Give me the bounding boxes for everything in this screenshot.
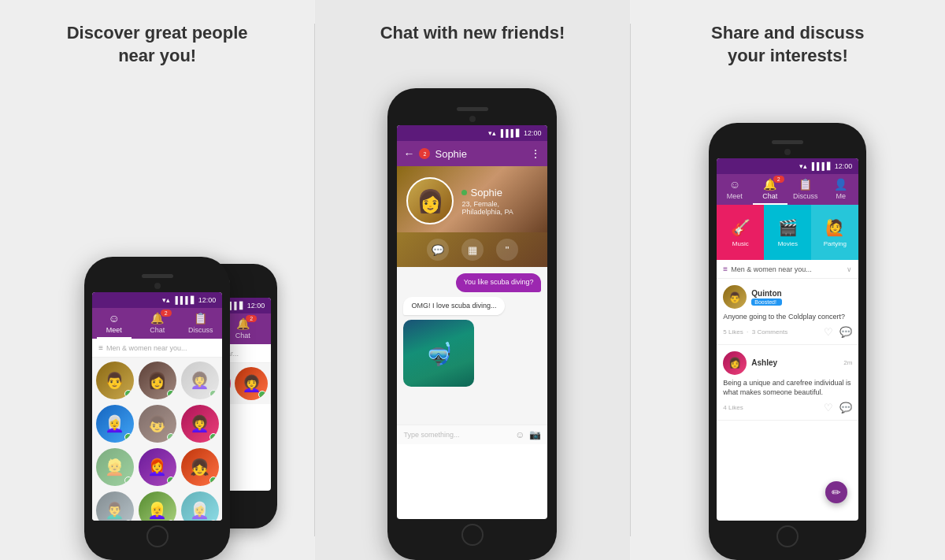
- like-icon-ashley[interactable]: ♡: [824, 402, 833, 414]
- discuss-icon-1: 📋: [194, 312, 207, 325]
- home-button-3[interactable]: [776, 525, 799, 547]
- nav-chat-back[interactable]: 🔔 Chat 2: [225, 317, 260, 339]
- comment-icon-quinton[interactable]: 💬: [839, 326, 852, 338]
- nav-discuss-3[interactable]: 📋 Discuss: [788, 178, 823, 200]
- filter-text: Men & women near you...: [731, 265, 847, 273]
- camera-2: [469, 116, 476, 122]
- post-content-quinton: Anyone going to the Coldplay concert?: [723, 312, 852, 322]
- comment-icon-ashley[interactable]: 💬: [839, 402, 852, 414]
- post-stats-ashley: 4 Likes: [723, 404, 817, 411]
- person-12[interactable]: 👩‍🦳: [181, 491, 219, 521]
- nav-chat-3[interactable]: 🔔 Chat 2: [753, 178, 788, 200]
- time-1: 12:00: [198, 296, 217, 304]
- profile-name-text: Sophie: [470, 187, 502, 198]
- filter-icon: ≡: [723, 265, 728, 273]
- panel-chat: Chat with new friends! ▾▴ ▐▐▐ ▋ 12:00 ←: [315, 0, 629, 560]
- panel2-title: Chat with new friends!: [380, 22, 565, 45]
- post-badge-quinton: Boosted!: [751, 299, 781, 306]
- panel-discover: Discover great peoplenear you! ▾▴ ▐▐▐ ▋ …: [0, 0, 314, 560]
- status-icons-2: ▾▴ ▐▐▐ ▋ 12:00: [488, 129, 542, 137]
- chat-input[interactable]: Type something...: [403, 431, 510, 439]
- panel1-title: Discover great peoplenear you!: [67, 22, 248, 67]
- screen-1: ▾▴ ▐▐▐ ▋ 12:00 ☺ Meet 🔔 Chat: [92, 292, 222, 521]
- partying-label: Partying: [824, 240, 847, 247]
- search-bar-1[interactable]: ≡ Men & women near you...: [92, 339, 222, 358]
- phone-chat: ▾▴ ▐▐▐ ▋ 12:00 ← 2 Sophie ⋮ 👩: [387, 88, 557, 560]
- screen-3: ▾▴ ▐▐▐ ▋ 12:00 ☺ Meet 🔔 Chat 2: [717, 158, 858, 521]
- search-icon-1: ≡: [98, 343, 103, 352]
- chat-badge-back: 2: [246, 315, 257, 322]
- home-button-1[interactable]: [146, 525, 169, 547]
- person-5[interactable]: 👦: [139, 405, 176, 443]
- person-9[interactable]: 👧: [181, 448, 219, 486]
- interest-partying[interactable]: 🙋 Partying: [811, 205, 858, 260]
- interest-music[interactable]: 🎸 Music: [717, 205, 764, 260]
- chat-badge-3: 2: [773, 176, 784, 183]
- person-11[interactable]: 👱‍♀: [139, 491, 176, 521]
- fab-button[interactable]: ✏: [825, 481, 847, 503]
- partying-icon: 🙋: [825, 218, 845, 237]
- chat-input-bar[interactable]: Type something... ☺ 📷: [397, 425, 547, 444]
- gallery-action-icon[interactable]: ▦: [461, 239, 484, 261]
- battery-icon-back: ▋: [239, 302, 245, 310]
- phones-wrapper-3: ▾▴ ▐▐▐ ▋ 12:00 ☺ Meet 🔔 Chat 2: [709, 83, 866, 560]
- online-indicator: [461, 190, 467, 195]
- battery-icon-2: ▋: [516, 129, 521, 137]
- post-avatar-quinton[interactable]: 👨: [723, 285, 747, 309]
- wifi-icon-1: ▾▴: [162, 296, 170, 304]
- person-7[interactable]: 👱: [96, 448, 134, 486]
- person-4[interactable]: 👩‍🦳: [96, 405, 134, 443]
- nav-chat-1[interactable]: 🔔 Chat 2: [140, 312, 175, 334]
- more-button[interactable]: ⋮: [530, 147, 541, 160]
- nav-me-3[interactable]: 👤 Me: [824, 178, 858, 200]
- quote-action-icon[interactable]: ": [496, 239, 518, 261]
- nav-underline-3: [753, 203, 788, 205]
- message-image: [403, 320, 474, 387]
- nav-discuss-label-1: Discuss: [188, 326, 213, 334]
- post-quinton: 👨 Quinton Boosted! Anyone going to the C…: [717, 279, 858, 345]
- filter-bar[interactable]: ≡ Men & women near you... ∨: [717, 260, 858, 279]
- movies-label: Movies: [778, 240, 798, 247]
- phones-wrapper-1: ▾▴ ▐▐▐ ▋ 12:00 ☺ Meet 🔔 Chat 2: [84, 83, 230, 560]
- chat-action-icon[interactable]: 💬: [427, 239, 449, 261]
- back-button[interactable]: ←: [403, 147, 414, 160]
- avatar-b3[interactable]: 👩‍🦱: [235, 367, 268, 400]
- post-avatar-ashley[interactable]: 👩: [723, 351, 747, 375]
- profile-details: 23, Female, Philadelphia, PA: [461, 200, 538, 216]
- camera-icon[interactable]: 📷: [529, 429, 541, 440]
- chat-header: ← 2 Sophie ⋮: [397, 141, 547, 166]
- person-6[interactable]: 👩‍🦱: [181, 405, 219, 443]
- nav-discuss-1[interactable]: 📋 Discuss: [183, 312, 218, 334]
- time-back: 12:00: [247, 302, 265, 310]
- nav-chat-label-3: Chat: [762, 192, 777, 200]
- signal-icon-3: ▐▐▐: [810, 162, 825, 170]
- profile-name-row: Sophie: [461, 187, 538, 198]
- post-header-quinton: 👨 Quinton Boosted!: [723, 285, 852, 309]
- speaker-1: [142, 274, 173, 278]
- person-3[interactable]: 👩‍🦱: [181, 362, 219, 399]
- post-content-ashley: Being a unique and carefree individual i…: [723, 378, 852, 398]
- person-10[interactable]: 👨‍🦱: [96, 491, 134, 521]
- home-button-2[interactable]: [461, 524, 484, 546]
- nav-meet-3[interactable]: ☺ Meet: [717, 178, 752, 200]
- nav-meet-1[interactable]: ☺ Meet: [97, 312, 132, 334]
- nav-discuss-label-3: Discuss: [793, 192, 818, 200]
- wifi-icon-2: ▾▴: [488, 129, 496, 137]
- person-1[interactable]: 👨: [96, 362, 134, 399]
- camera-3: [784, 149, 791, 155]
- profile-avatar[interactable]: 👩: [406, 177, 454, 224]
- phone-top-2: [397, 102, 547, 125]
- header-badge: 2: [419, 148, 430, 159]
- person-8[interactable]: 👩‍🦰: [139, 448, 176, 486]
- nav-chat-label-back: Chat: [235, 332, 250, 339]
- like-icon-quinton[interactable]: ♡: [824, 326, 833, 338]
- music-label: Music: [732, 240, 749, 247]
- battery-icon-3: ▋: [827, 162, 832, 170]
- nav-meet-label-3: Meet: [727, 192, 743, 200]
- person-2[interactable]: 👩: [139, 362, 176, 399]
- me-icon-3: 👤: [834, 178, 847, 191]
- emoji-icon[interactable]: ☺: [515, 429, 524, 440]
- search-text-1: Men & women near you...: [106, 344, 187, 352]
- phone-discuss: ▾▴ ▐▐▐ ▋ 12:00 ☺ Meet 🔔 Chat 2: [709, 123, 866, 560]
- interest-movies[interactable]: 🎬 Movies: [764, 205, 811, 260]
